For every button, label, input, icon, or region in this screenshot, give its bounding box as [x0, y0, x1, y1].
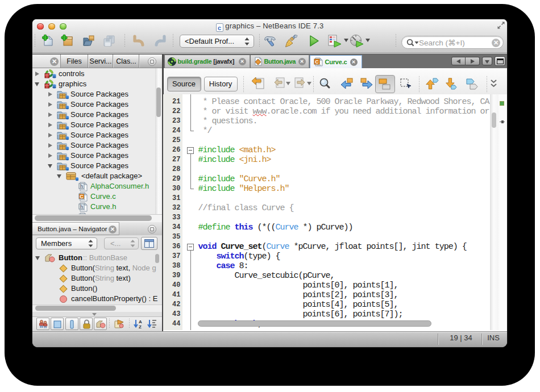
svg-text:h: h — [80, 184, 84, 189]
svg-text:h: h — [80, 204, 84, 210]
svg-text:C: C — [80, 194, 84, 199]
svg-text:Z: Z — [139, 324, 142, 330]
svg-text:A: A — [139, 319, 142, 324]
svg-text:C: C — [315, 59, 319, 65]
